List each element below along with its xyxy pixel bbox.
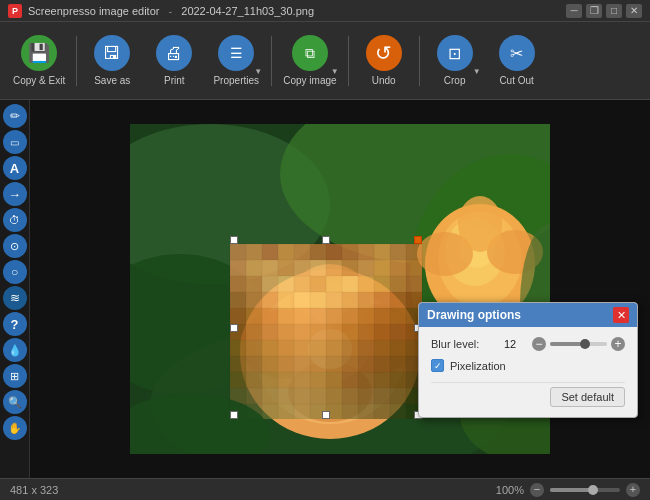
svg-rect-105: [310, 356, 326, 372]
svg-rect-145: [374, 404, 390, 419]
svg-rect-73: [374, 308, 390, 324]
svg-rect-138: [262, 404, 278, 419]
svg-rect-90: [262, 340, 278, 356]
svg-rect-102: [262, 356, 278, 372]
save-as-button[interactable]: 🖫 Save as: [83, 27, 141, 95]
blur-value: 12: [504, 338, 524, 350]
dialog-footer: Set default: [431, 382, 625, 407]
svg-rect-29: [246, 260, 262, 276]
svg-rect-140: [294, 404, 310, 419]
sidebar-tool-highlight[interactable]: 💧: [3, 338, 27, 362]
svg-rect-45: [310, 276, 326, 292]
properties-button[interactable]: ☰ Properties ▼: [207, 27, 265, 95]
sidebar-tool-stamp[interactable]: ⏱: [3, 208, 27, 232]
sidebar-tool-magnifier[interactable]: 🔍: [3, 390, 27, 414]
sidebar-tool-question[interactable]: ?: [3, 312, 27, 336]
svg-rect-107: [342, 356, 358, 372]
svg-rect-108: [358, 356, 374, 372]
svg-rect-47: [342, 276, 358, 292]
pixelization-row: ✓ Pixelization: [431, 359, 625, 372]
sidebar-tool-rectangle[interactable]: ▭: [3, 130, 27, 154]
svg-rect-79: [278, 324, 294, 340]
selection-handle-tl[interactable]: [230, 236, 238, 244]
title-bar: P Screenpresso image editor - 2022-04-27…: [0, 0, 650, 22]
undo-label: Undo: [372, 75, 396, 86]
svg-rect-130: [326, 388, 342, 404]
selection-handle-tc[interactable]: [322, 236, 330, 244]
svg-rect-128: [294, 388, 310, 404]
svg-rect-94: [326, 340, 342, 356]
zoom-slider[interactable]: [550, 488, 620, 492]
zoom-controls: 100% − +: [496, 483, 640, 497]
restore-button[interactable]: ❐: [586, 4, 602, 18]
svg-rect-82: [326, 324, 342, 340]
sidebar-tool-hand[interactable]: ✋: [3, 416, 27, 440]
pixelization-checkbox[interactable]: ✓: [431, 359, 444, 372]
crop-icon: ⊡: [437, 35, 473, 71]
svg-rect-69: [310, 308, 326, 324]
svg-rect-33: [310, 260, 326, 276]
selection-handle-bc[interactable]: [322, 411, 330, 419]
sidebar-tool-blur[interactable]: ≋: [3, 286, 27, 310]
svg-rect-92: [294, 340, 310, 356]
copy-image-dropdown-icon: ▼: [331, 68, 339, 76]
svg-rect-40: [230, 276, 246, 292]
print-button[interactable]: 🖨 Print: [145, 27, 203, 95]
sidebar-tool-arrow[interactable]: →: [3, 182, 27, 206]
svg-rect-133: [374, 388, 390, 404]
svg-rect-101: [246, 356, 262, 372]
sidebar-tool-image[interactable]: ⊞: [3, 364, 27, 388]
blur-slider-fill: [550, 342, 581, 346]
svg-rect-83: [342, 324, 358, 340]
sidebar-tool-text[interactable]: A: [3, 156, 27, 180]
selection-handle-bl[interactable]: [230, 411, 238, 419]
set-default-button[interactable]: Set default: [550, 387, 625, 407]
svg-rect-70: [326, 308, 342, 324]
copy-exit-label: Copy & Exit: [13, 75, 65, 86]
minimize-button[interactable]: ─: [566, 4, 582, 18]
selection-handle-tr[interactable]: [414, 236, 422, 244]
svg-rect-117: [310, 372, 326, 388]
drawing-options-dialog: Drawing options ✕ Blur level: 12 − +: [418, 302, 638, 418]
cut-out-label: Cut Out: [499, 75, 533, 86]
sidebar-tool-ellipse[interactable]: ○: [3, 260, 27, 284]
copy-exit-button[interactable]: 💾 Copy & Exit: [8, 27, 70, 95]
blur-decrease-button[interactable]: −: [532, 337, 546, 351]
zoom-out-button[interactable]: −: [530, 483, 544, 497]
svg-rect-78: [262, 324, 278, 340]
window-controls: ─ ❐ □ ✕: [566, 4, 642, 18]
canvas-area[interactable]: Drawing options ✕ Blur level: 12 − +: [30, 100, 650, 478]
zoom-in-button[interactable]: +: [626, 483, 640, 497]
svg-rect-112: [230, 372, 246, 388]
blur-increase-button[interactable]: +: [611, 337, 625, 351]
sidebar-tool-pencil[interactable]: ✏: [3, 104, 27, 128]
svg-rect-84: [358, 324, 374, 340]
undo-icon: ↺: [366, 35, 402, 71]
svg-rect-35: [342, 260, 358, 276]
maximize-button[interactable]: □: [606, 4, 622, 18]
app-logo: P: [8, 4, 22, 18]
title-bar-left: P Screenpresso image editor - 2022-04-27…: [8, 4, 314, 18]
svg-rect-143: [342, 404, 358, 419]
dialog-close-button[interactable]: ✕: [613, 307, 629, 323]
svg-rect-121: [374, 372, 390, 388]
sidebar-tool-pointer[interactable]: ⊙: [3, 234, 27, 258]
svg-rect-122: [390, 372, 406, 388]
dialog-title: Drawing options: [427, 308, 521, 322]
properties-icon: ☰: [218, 35, 254, 71]
cut-out-button[interactable]: ✂ Cut Out: [488, 27, 546, 95]
svg-rect-48: [358, 276, 374, 292]
close-button[interactable]: ✕: [626, 4, 642, 18]
copy-image-label: Copy image: [283, 75, 336, 86]
svg-rect-71: [342, 308, 358, 324]
selection-handle-ml[interactable]: [230, 324, 238, 332]
svg-rect-98: [390, 340, 406, 356]
print-label: Print: [164, 75, 185, 86]
svg-rect-144: [358, 404, 374, 419]
svg-rect-44: [294, 276, 310, 292]
blur-slider[interactable]: [550, 342, 607, 346]
svg-rect-32: [294, 260, 310, 276]
undo-button[interactable]: ↺ Undo: [355, 27, 413, 95]
copy-image-button[interactable]: ⧉ Copy image ▼: [278, 27, 341, 95]
crop-button[interactable]: ⊡ Crop ▼: [426, 27, 484, 95]
